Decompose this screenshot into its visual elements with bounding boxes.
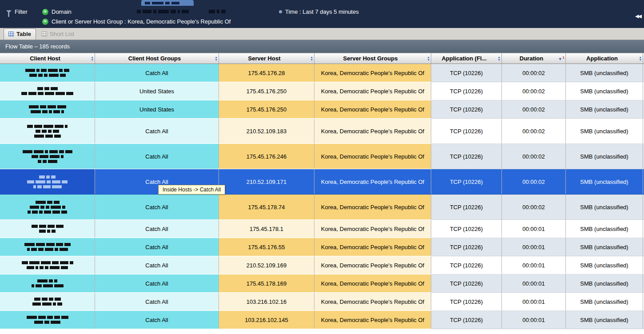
- flow-table-row[interactable]: Catch All103.216.102.16Korea, Democratic…: [0, 293, 644, 311]
- cell-application-flow[interactable]: TCP (10226): [431, 311, 502, 329]
- cell-client-host[interactable]: [0, 144, 95, 169]
- cell-application[interactable]: SMB (unclassified): [566, 100, 643, 119]
- cell-duration[interactable]: 00:00:01: [502, 220, 566, 238]
- cell-client-host-groups[interactable]: Catch All: [95, 274, 219, 293]
- cell-application[interactable]: SMB (unclassified): [566, 274, 643, 293]
- cell-client-host[interactable]: [0, 293, 95, 311]
- cell-client-host[interactable]: [0, 256, 95, 274]
- flow-table-row[interactable]: Catch All175.45.176.55Korea, Democratic …: [0, 238, 644, 256]
- cell-application-flow[interactable]: TCP (10226): [431, 238, 502, 256]
- cell-duration[interactable]: 00:00:02: [502, 119, 566, 144]
- cell-application-flow[interactable]: TCP (10226): [431, 293, 502, 311]
- cell-server-host-groups[interactable]: Korea, Democratic People's Republic Of: [314, 82, 431, 100]
- cell-server-host-groups[interactable]: Korea, Democratic People's Republic Of: [314, 195, 431, 220]
- cell-client-host[interactable]: [0, 195, 95, 220]
- cell-application[interactable]: SMB (unclassified): [566, 195, 643, 220]
- cell-client-host-groups[interactable]: Catch All: [95, 119, 219, 144]
- cell-duration[interactable]: 00:00:01: [502, 274, 566, 293]
- cell-server-host[interactable]: 103.216.102.16: [219, 293, 314, 311]
- cell-application-flow[interactable]: TCP (10226): [431, 169, 502, 195]
- cell-application[interactable]: SMB (unclassified): [566, 238, 643, 256]
- flow-table-row[interactable]: Catch All210.52.109.171Korea, Democratic…: [0, 169, 644, 195]
- cell-client-host-groups[interactable]: Catch All: [95, 238, 219, 256]
- cell-application-flow[interactable]: TCP (10226): [431, 220, 502, 238]
- cell-client-host-groups[interactable]: Catch All: [95, 195, 219, 220]
- cell-duration[interactable]: 00:00:02: [502, 82, 566, 100]
- flow-table-row[interactable]: Catch All175.45.178.1Korea, Democratic P…: [0, 220, 644, 238]
- cell-server-host[interactable]: 175.45.178.169: [219, 274, 314, 293]
- cell-duration[interactable]: 00:00:02: [502, 195, 566, 220]
- cell-application-flow[interactable]: TCP (10226): [431, 195, 502, 220]
- host-group-filter[interactable]: Client or Server Host Group : Korea, Dem…: [42, 18, 231, 25]
- cell-server-host-groups[interactable]: Korea, Democratic People's Republic Of: [314, 144, 431, 169]
- sort-icon[interactable]: ▲▼: [91, 56, 94, 61]
- cell-duration[interactable]: 00:00:02: [502, 144, 566, 169]
- cell-client-host[interactable]: [0, 64, 95, 82]
- cell-server-host-groups[interactable]: Korea, Democratic People's Republic Of: [314, 169, 431, 195]
- flow-table-row[interactable]: Catch All210.52.109.169Korea, Democratic…: [0, 256, 644, 274]
- sort-icon[interactable]: ▲▼: [498, 56, 501, 61]
- cell-client-host[interactable]: [0, 169, 95, 195]
- cell-client-host[interactable]: [0, 238, 95, 256]
- cell-duration[interactable]: 00:00:01: [502, 256, 566, 274]
- flow-table-row[interactable]: United States175.45.176.250Korea, Democr…: [0, 100, 644, 119]
- cell-server-host-groups[interactable]: Korea, Democratic People's Republic Of: [314, 220, 431, 238]
- cell-client-host[interactable]: [0, 82, 95, 100]
- time-filter[interactable]: Time : Last 7 days 5 minutes: [279, 8, 359, 15]
- cell-server-host[interactable]: 103.216.102.145: [219, 311, 314, 329]
- cell-application[interactable]: SMB (unclassified): [566, 220, 643, 238]
- cell-duration[interactable]: 00:00:02: [502, 169, 566, 195]
- cell-server-host-groups[interactable]: Korea, Democratic People's Republic Of: [314, 256, 431, 274]
- cell-client-host-groups[interactable]: Catch All: [95, 311, 219, 329]
- column-header-client-host-groups[interactable]: Client Host Groups▲▼: [95, 53, 219, 64]
- cell-server-host-groups[interactable]: Korea, Democratic People's Republic Of: [314, 119, 431, 144]
- sort-icon[interactable]: ▲▼: [639, 56, 642, 61]
- cell-application[interactable]: SMB (unclassified): [566, 256, 643, 274]
- cell-server-host-groups[interactable]: Korea, Democratic People's Republic Of: [314, 274, 431, 293]
- cell-client-host-groups[interactable]: Catch All: [95, 144, 219, 169]
- cell-server-host[interactable]: 175.45.176.28: [219, 64, 314, 82]
- cell-duration[interactable]: 00:00:02: [502, 64, 566, 82]
- column-header-server-host[interactable]: Server Host▲▼: [219, 53, 314, 64]
- flow-table-row[interactable]: Catch All103.216.102.145Korea, Democrati…: [0, 311, 644, 329]
- column-header-client-host[interactable]: Client Host▲▼: [0, 53, 95, 64]
- sort-icon[interactable]: ▲▼: [215, 56, 218, 61]
- cell-application[interactable]: SMB (unclassified): [566, 119, 643, 144]
- cell-client-host[interactable]: [0, 220, 95, 238]
- column-header-application-fl[interactable]: Application (Fl...▲▼: [431, 53, 502, 64]
- cell-client-host[interactable]: [0, 311, 95, 329]
- cell-application[interactable]: SMB (unclassified): [566, 169, 643, 195]
- cell-application[interactable]: SMB (unclassified): [566, 144, 643, 169]
- cell-application[interactable]: SMB (unclassified): [566, 311, 643, 329]
- flow-table-row[interactable]: Catch All210.52.109.183Korea, Democratic…: [0, 119, 644, 144]
- cell-server-host[interactable]: 175.45.176.250: [219, 100, 314, 119]
- cell-server-host[interactable]: 175.45.176.246: [219, 144, 314, 169]
- column-header-server-host-groups[interactable]: Server Host Groups▲▼: [314, 53, 431, 64]
- cell-application[interactable]: SMB (unclassified): [566, 64, 643, 82]
- cell-client-host-groups[interactable]: Catch All: [95, 220, 219, 238]
- tab-short-list[interactable]: Short List: [37, 29, 79, 40]
- cell-server-host-groups[interactable]: Korea, Democratic People's Republic Of: [314, 293, 431, 311]
- cell-application[interactable]: SMB (unclassified): [566, 293, 643, 311]
- cell-application-flow[interactable]: TCP (10226): [431, 100, 502, 119]
- flow-table-row[interactable]: Catch All175.45.178.74Korea, Democratic …: [0, 195, 644, 220]
- flow-table-row[interactable]: United States175.45.176.250Korea, Democr…: [0, 82, 644, 100]
- sort-icon[interactable]: ▲▼: [427, 56, 430, 61]
- cell-application-flow[interactable]: TCP (10226): [431, 64, 502, 82]
- flow-table-row[interactable]: Catch All175.45.178.169Korea, Democratic…: [0, 274, 644, 293]
- cell-server-host[interactable]: 210.52.109.171: [219, 169, 314, 195]
- cell-server-host-groups[interactable]: Korea, Democratic People's Republic Of: [314, 311, 431, 329]
- collapse-panel-button[interactable]: [635, 13, 641, 19]
- cell-application-flow[interactable]: TCP (10226): [431, 82, 502, 100]
- flow-table-row[interactable]: Catch All175.45.176.246Korea, Democratic…: [0, 144, 644, 169]
- cell-duration[interactable]: 00:00:01: [502, 293, 566, 311]
- cell-server-host-groups[interactable]: Korea, Democratic People's Republic Of: [314, 238, 431, 256]
- cell-client-host-groups[interactable]: Catch All: [95, 293, 219, 311]
- cell-client-host-groups[interactable]: Catch All: [95, 64, 219, 82]
- cell-server-host[interactable]: 175.45.176.250: [219, 82, 314, 100]
- cell-application-flow[interactable]: TCP (10226): [431, 274, 502, 293]
- cell-server-host-groups[interactable]: Korea, Democratic People's Republic Of: [314, 64, 431, 82]
- cell-client-host-groups[interactable]: United States: [95, 82, 219, 100]
- cell-duration[interactable]: 00:00:01: [502, 238, 566, 256]
- cell-client-host[interactable]: [0, 100, 95, 119]
